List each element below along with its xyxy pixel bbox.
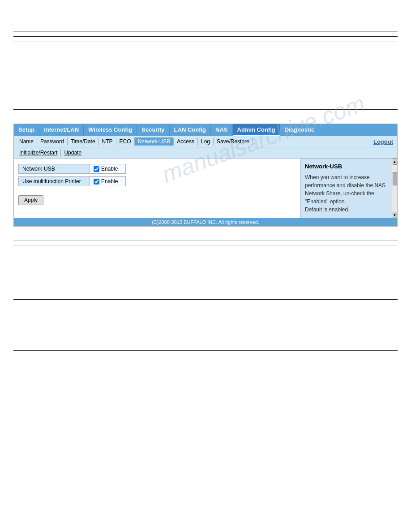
nav-lan-config[interactable]: LAN Config — [170, 124, 211, 136]
nav-nas[interactable]: NAS — [211, 124, 232, 136]
scrollbar-down[interactable]: ▼ — [393, 212, 397, 218]
help-panel-text: When you want to increase performance an… — [305, 173, 387, 214]
subnav-eco[interactable]: ECO — [116, 137, 135, 146]
nav-wireless-config[interactable]: Wireless Config — [84, 124, 137, 136]
subnav-save-restore[interactable]: Save/Restore — [214, 137, 253, 146]
form-row-multifunction: Use multifunction Printer Enable — [18, 176, 295, 186]
apply-button[interactable]: Apply — [18, 195, 43, 205]
help-panel-title: Network-USB — [305, 163, 387, 170]
checkbox-label-multifunction: Enable — [101, 178, 118, 184]
footer-bar: (C)2000-2012 BUFFALO INC. All rights res… — [14, 218, 397, 226]
logout-button[interactable]: Logout — [373, 138, 395, 145]
right-panel: Network-USB When you want to increase pe… — [300, 159, 392, 218]
scrollbar-up[interactable]: ▲ — [393, 159, 397, 165]
form-value-multifunction: Enable — [90, 176, 126, 186]
main-content: Network-USB Enable Use multifunction Pri… — [14, 159, 392, 218]
divider-9 — [13, 350, 398, 351]
footer-text: (C)2000-2012 BUFFALO INC. All rights res… — [152, 219, 259, 225]
subnav-timedate[interactable]: Time/Date — [68, 137, 99, 146]
nav-security[interactable]: Security — [137, 124, 169, 136]
router-panel: Setup Internet/LAN Wireless Config Secur… — [13, 124, 398, 227]
checkbox-label-network-usb: Enable — [101, 166, 118, 172]
nav-internet-lan[interactable]: Internet/LAN — [39, 124, 84, 136]
form-label-multifunction: Use multifunction Printer — [18, 176, 90, 186]
subnav-ntp[interactable]: NTP — [99, 137, 116, 146]
scrollbar-thumb[interactable] — [393, 172, 397, 185]
content-area: Network-USB Enable Use multifunction Pri… — [14, 159, 397, 218]
form-value-network-usb: Enable — [90, 164, 126, 174]
nav-setup[interactable]: Setup — [14, 124, 39, 136]
checkbox-multifunction[interactable] — [94, 179, 99, 184]
subnav-password[interactable]: Password — [37, 137, 68, 146]
subnav-access[interactable]: Access — [174, 137, 198, 146]
subnav-network-usb[interactable]: Network-USB — [135, 137, 174, 146]
scrollbar[interactable]: ▲ ▼ — [392, 159, 397, 218]
nav-diagnostic[interactable]: Diagnostic — [280, 124, 319, 136]
subnav-log[interactable]: Log — [198, 137, 214, 146]
left-panel: Network-USB Enable Use multifunction Pri… — [14, 159, 300, 218]
checkbox-network-usb[interactable] — [94, 166, 99, 172]
top-nav: Setup Internet/LAN Wireless Config Secur… — [14, 124, 397, 136]
nav-admin-config[interactable]: Admin Config — [233, 124, 280, 136]
form-label-network-usb: Network-USB — [18, 164, 90, 174]
subnav2-initialize-restart[interactable]: Initialize/Restart — [16, 149, 61, 157]
sub-nav2: Initialize/Restart Update — [14, 147, 397, 159]
subnav2-update[interactable]: Update — [61, 149, 85, 157]
sub-nav: Name Password Time/Date NTP ECO Network-… — [14, 136, 397, 147]
subnav-name[interactable]: Name — [16, 137, 37, 146]
form-row-network-usb: Network-USB Enable — [18, 164, 295, 174]
